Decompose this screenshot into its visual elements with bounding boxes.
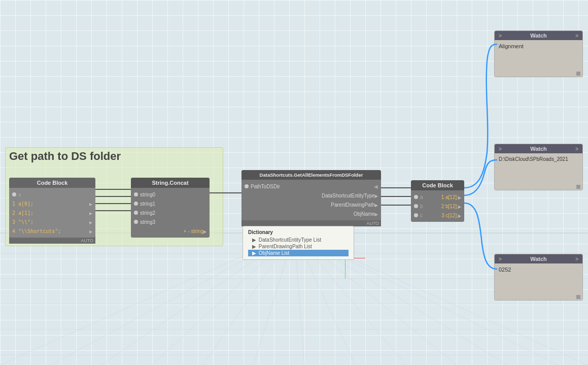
port-string3 [134, 220, 138, 224]
code-block-2-port-b: b 2 b[12]; [411, 202, 464, 211]
dictionary-popup[interactable]: Dictionary ▶ DataShortcutEntityType List… [243, 226, 354, 260]
dict-item-0[interactable]: ▶ DataShortcutEntityType List [248, 237, 349, 243]
code-block-2[interactable]: Code Block a 1 a[12]; b 2 b[12]; c 3 c[1… [411, 180, 464, 222]
port-right-parent [375, 202, 378, 208]
watch-1-body: Alignment [495, 40, 582, 71]
watch-2-title: Watch [502, 146, 575, 152]
code-block-1[interactable]: Code Block a 1 a[0]; 2 a[1]; 3 "\\"; 4 "… [9, 178, 95, 244]
watch-1-footer [495, 71, 582, 77]
watch-1-title: Watch [502, 32, 575, 39]
data-shortcuts-header: DataShortcuts.GetAllElementsFromDSFolder [241, 170, 381, 180]
data-shortcuts-output-3: ObjName [241, 209, 381, 218]
port-right-3 [89, 219, 92, 225]
port-string2 [134, 211, 138, 215]
watch-3-header: > Watch > [495, 254, 582, 263]
port-right-1 [89, 201, 92, 207]
watch-2-header: > Watch > [495, 144, 582, 153]
code-block-1-footer: AUTO [9, 238, 95, 244]
data-shortcuts-node[interactable]: DataShortcuts.GetAllElementsFromDSFolder… [241, 170, 381, 226]
string-concat-output: + - string [131, 226, 210, 236]
port-right-c2 [458, 213, 461, 218]
port-string1 [134, 202, 138, 206]
watch-1-scroll [576, 72, 580, 76]
watch-3-title: Watch [502, 256, 575, 262]
dict-item-2[interactable]: ▶ ObjName List [248, 250, 349, 256]
port-left-c2 [414, 213, 418, 217]
port-string0 [134, 192, 138, 196]
string-concat-node[interactable]: String.Concat string0 string1 string2 st… [131, 178, 210, 238]
string-concat-row-1: string1 [131, 199, 210, 208]
code-block-2-port-c: c 3 c[12]; [411, 211, 464, 220]
data-shortcuts-input-row: PathToDSDir ◀ [241, 182, 381, 191]
watch-1-content: Alignment [499, 43, 524, 49]
code-block-1-line-4: 4 "\\Shortcuts"; [9, 226, 95, 236]
dictionary-title: Dictionary [248, 229, 349, 235]
code-block-1-port-a: a [9, 190, 95, 199]
code-block-2-header: Code Block [411, 180, 464, 190]
port-left-a [12, 192, 16, 196]
watch-2-footer [495, 184, 582, 190]
watch-3-port-right: > [575, 256, 578, 262]
watch-panel-2[interactable]: > Watch > D:\DiskCloud\SPbRoads_2021 [494, 144, 583, 190]
dict-item-1-label: ParentDrawingPath List [259, 244, 312, 249]
port-right-entity [375, 193, 378, 198]
watch-3-scroll [576, 295, 580, 299]
string-concat-row-3: string3 [131, 217, 210, 226]
string-concat-header: String.Concat [131, 178, 210, 188]
watch-3-content: 0252 [499, 267, 511, 273]
watch-3-body: 0252 [495, 263, 582, 294]
port-right-b2 [458, 204, 461, 209]
dict-item-2-label: ObjName List [259, 250, 290, 256]
watch-1-header: > Watch > [495, 31, 582, 40]
group-title: Get path to DS folder [9, 150, 121, 163]
dict-item-1[interactable]: ▶ ParentDrawingPath List [248, 243, 349, 250]
code-block-1-line-3: 3 "\\"; [9, 217, 95, 226]
watch-3-footer [495, 294, 582, 300]
port-right-2 [89, 210, 92, 216]
dict-arrow-1: ▶ [252, 244, 256, 249]
port-right-string [203, 228, 206, 234]
data-shortcuts-output-1: DataShortcutEntityType [241, 191, 381, 200]
watch-2-scroll [576, 185, 580, 189]
code-block-1-header: Code Block [9, 178, 95, 188]
string-concat-row-0: string0 [131, 190, 210, 199]
port-right-objname [375, 211, 378, 217]
port-right-4 [89, 228, 92, 234]
watch-2-body: D:\DiskCloud\SPbRoads_2021 [495, 153, 582, 184]
dict-arrow-0: ▶ [252, 237, 256, 243]
dict-item-0-label: DataShortcutEntityType List [259, 237, 321, 243]
data-shortcuts-output-2: ParentDrawingPath [241, 200, 381, 209]
watch-2-port-right: > [575, 146, 578, 152]
port-left-b2 [414, 204, 418, 208]
watch-panel-3[interactable]: > Watch > 0252 [494, 254, 583, 301]
string-concat-row-2: string2 [131, 208, 210, 217]
watch-2-content: D:\DiskCloud\SPbRoads_2021 [499, 156, 568, 162]
port-path-to-ds [245, 184, 249, 188]
code-block-1-line-1: 1 a[0]; [9, 199, 95, 208]
code-block-1-line-2: 2 a[1]; [9, 208, 95, 217]
watch-panel-1[interactable]: > Watch > Alignment [494, 30, 583, 77]
code-block-2-port-a: a 1 a[12]; [411, 192, 464, 202]
watch-1-port-right: > [575, 33, 578, 39]
dict-arrow-2: ▶ [252, 250, 256, 256]
port-right-a2 [458, 194, 461, 200]
port-left-a2 [414, 195, 418, 199]
